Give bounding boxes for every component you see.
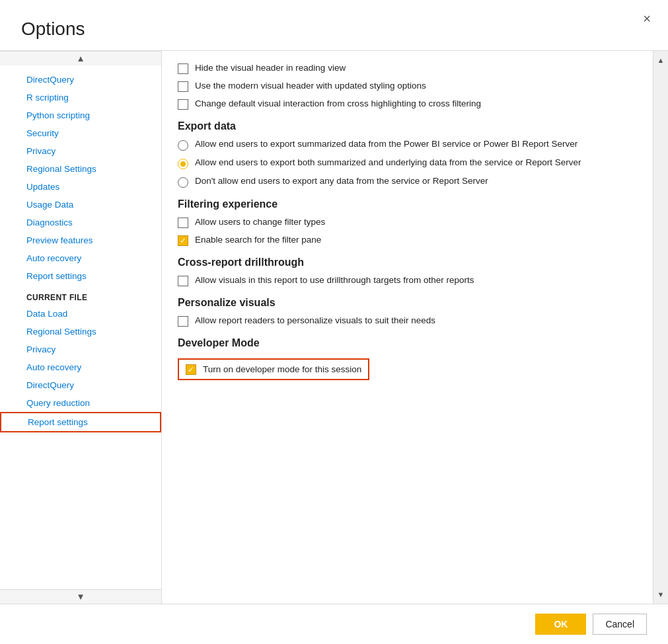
heading-cross-report: Cross-report drillthrough: [178, 257, 632, 268]
sidebar-item-privacy[interactable]: Privacy: [0, 142, 161, 160]
sidebar-item-report-settings[interactable]: Report settings: [0, 267, 161, 285]
sidebar-item-python-scripting[interactable]: Python scripting: [0, 106, 161, 124]
sidebar-item-directquery[interactable]: DirectQuery: [0, 71, 161, 89]
sidebar-item-preview-features[interactable]: Preview features: [0, 231, 161, 249]
radio-export-summarized[interactable]: [178, 140, 188, 151]
right-side: Hide the visual header in reading view U…: [162, 51, 668, 604]
option-label-change-filter-types: Allow users to change filter types: [195, 217, 325, 227]
option-label-export-none: Don't allow end users to export any data…: [195, 176, 488, 186]
dialog-title: Options: [0, 0, 668, 50]
sidebar-item-cf-privacy[interactable]: Privacy: [0, 341, 161, 358]
option-label-cross-highlighting: Change default visual interaction from c…: [195, 99, 481, 108]
checkbox-modern-visual-header[interactable]: [178, 81, 188, 92]
heading-developer-mode: Developer Mode: [178, 337, 632, 349]
option-developer-mode: Turn on developer mode for this session: [178, 356, 632, 380]
sidebar: ▲ DirectQuery R scripting Python scripti…: [0, 51, 162, 604]
option-hide-visual-header: Hide the visual header in reading view: [178, 63, 632, 74]
options-dialog: Options × ▲ DirectQuery R scripting Pyth…: [0, 0, 668, 644]
radio-export-both[interactable]: [178, 159, 188, 169]
sidebar-item-usage-data[interactable]: Usage Data: [0, 196, 161, 214]
main-scroll-arrows: ▲ ▼: [653, 51, 668, 604]
ok-button[interactable]: OK: [535, 614, 586, 635]
sidebar-item-regional-settings[interactable]: Regional Settings: [0, 160, 161, 178]
sidebar-scroll-up[interactable]: ▲: [0, 51, 161, 65]
checkbox-cross-report-drillthrough[interactable]: [178, 276, 188, 286]
developer-mode-box: Turn on developer mode for this session: [178, 358, 369, 380]
checkbox-change-filter-types[interactable]: [178, 218, 188, 228]
close-button[interactable]: ×: [638, 9, 656, 28]
dialog-body: ▲ DirectQuery R scripting Python scripti…: [0, 50, 668, 604]
option-label-export-summarized: Allow end users to export summarized dat…: [195, 139, 577, 149]
sidebar-item-auto-recovery[interactable]: Auto recovery: [0, 249, 161, 267]
option-label-developer-mode: Turn on developer mode for this session: [203, 364, 361, 374]
option-cross-report-drillthrough: Allow visuals in this report to use dril…: [178, 275, 632, 286]
sidebar-item-updates[interactable]: Updates: [0, 178, 161, 196]
option-label-export-both: Allow end users to export both summarize…: [195, 157, 581, 167]
checkbox-hide-visual-header[interactable]: [178, 63, 188, 74]
dialog-footer: OK Cancel: [0, 604, 668, 644]
sidebar-item-cf-auto-recovery[interactable]: Auto recovery: [0, 358, 161, 376]
sidebar-item-data-load[interactable]: Data Load: [0, 305, 161, 323]
sidebar-scroll: DirectQuery R scripting Python scripting…: [0, 65, 161, 589]
sidebar-current-file-label: CURRENT FILE: [0, 285, 161, 305]
option-label-modern-visual-header: Use the modern visual header with update…: [195, 81, 426, 91]
option-label-cross-report-drillthrough: Allow visuals in this report to use dril…: [195, 275, 474, 285]
sidebar-item-cf-regional-settings[interactable]: Regional Settings: [0, 323, 161, 341]
checkbox-enable-search-filter[interactable]: [178, 235, 188, 246]
heading-export-data: Export data: [178, 120, 632, 132]
checkbox-cross-highlighting[interactable]: [178, 99, 188, 110]
option-label-hide-visual-header: Hide the visual header in reading view: [195, 63, 346, 73]
sidebar-item-diagnostics[interactable]: Diagnostics: [0, 214, 161, 231]
sidebar-item-cf-directquery[interactable]: DirectQuery: [0, 376, 161, 394]
heading-filtering-experience: Filtering experience: [178, 198, 632, 210]
option-export-summarized: Allow end users to export summarized dat…: [178, 139, 632, 151]
option-label-enable-search-filter: Enable search for the filter pane: [195, 235, 321, 245]
main-scroll-up[interactable]: ▲: [653, 51, 668, 69]
option-modern-visual-header: Use the modern visual header with update…: [178, 81, 632, 92]
sidebar-scroll-down[interactable]: ▼: [0, 589, 161, 604]
option-enable-search-filter: Enable search for the filter pane: [178, 235, 632, 246]
main-scroll-down[interactable]: ▼: [653, 585, 668, 604]
heading-personalize-visuals: Personalize visuals: [178, 297, 632, 309]
option-cross-highlighting: Change default visual interaction from c…: [178, 99, 632, 110]
sidebar-item-security[interactable]: Security: [0, 124, 161, 142]
sidebar-item-r-scripting[interactable]: R scripting: [0, 89, 161, 106]
checkbox-developer-mode[interactable]: [186, 364, 196, 375]
radio-export-none[interactable]: [178, 177, 188, 188]
option-export-none: Don't allow end users to export any data…: [178, 176, 632, 188]
option-export-both: Allow end users to export both summarize…: [178, 157, 632, 169]
sidebar-item-cf-report-settings[interactable]: Report settings: [0, 412, 161, 432]
option-personalize-visuals: Allow report readers to personalize visu…: [178, 315, 632, 327]
sidebar-item-cf-query-reduction[interactable]: Query reduction: [0, 394, 161, 412]
option-label-personalize-visuals: Allow report readers to personalize visu…: [195, 315, 435, 325]
main-content-scroll: Hide the visual header in reading view U…: [162, 51, 653, 604]
cancel-button[interactable]: Cancel: [593, 614, 647, 635]
checkbox-personalize-visuals[interactable]: [178, 316, 188, 327]
option-change-filter-types: Allow users to change filter types: [178, 217, 632, 228]
